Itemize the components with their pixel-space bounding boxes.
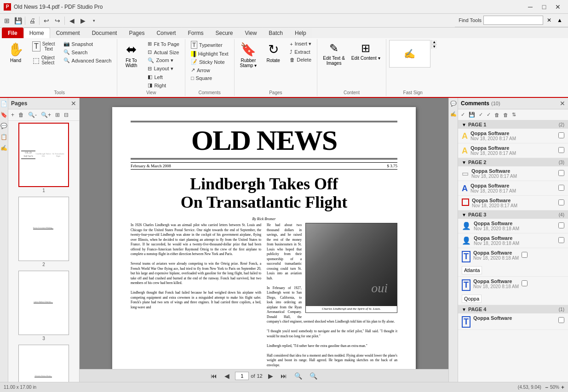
qat-redo-button[interactable]: ↪ bbox=[52, 16, 63, 26]
zoom-in-status-btn[interactable]: + bbox=[561, 384, 564, 391]
comments-tb-5[interactable]: 🗑 bbox=[493, 111, 501, 119]
zoom-out-status-btn[interactable]: − bbox=[545, 384, 548, 391]
first-page-button[interactable]: ⏮ bbox=[209, 371, 219, 381]
comment-checkbox[interactable] bbox=[558, 317, 564, 323]
layout-button[interactable]: ⊟ Layout ▾ bbox=[145, 65, 182, 73]
object-select-button[interactable]: ⬚ ObjectSelect bbox=[29, 54, 58, 67]
insert-button[interactable]: + Insert ▾ bbox=[287, 40, 314, 48]
qat-forward-button[interactable]: ▶ bbox=[78, 16, 88, 26]
advanced-search-button[interactable]: 🔍 Advanced Search bbox=[61, 57, 115, 64]
qat-save-button[interactable]: 💾 bbox=[13, 16, 23, 26]
pages-insert-btn[interactable]: + bbox=[10, 111, 16, 119]
signature-area[interactable]: ✍ bbox=[389, 40, 430, 68]
sticky-note-button[interactable]: 📝 Sticky Note bbox=[188, 58, 231, 66]
fastsign-scroll-up[interactable]: ▲ bbox=[432, 40, 437, 45]
extract-button[interactable]: ⤴ Extract bbox=[287, 48, 314, 56]
qat-dropdown-button[interactable]: ▾ bbox=[89, 16, 99, 26]
left-view-button[interactable]: ◧ Left bbox=[145, 73, 182, 81]
pages-delete-btn[interactable]: 🗑 bbox=[17, 111, 25, 119]
comments-tb-2[interactable]: 💾 bbox=[467, 111, 476, 119]
signatures-icon[interactable]: ✍ bbox=[0, 144, 8, 152]
fastsign-scroll-down[interactable]: ▼ bbox=[432, 45, 437, 49]
find-expand-button[interactable]: ▲ bbox=[555, 16, 564, 24]
comment-checkbox[interactable] bbox=[558, 237, 564, 243]
last-page-button[interactable]: ⏭ bbox=[279, 371, 289, 381]
search-button[interactable]: 🔍 Search bbox=[61, 48, 115, 56]
qat-new-button[interactable]: ⊞ bbox=[2, 16, 12, 26]
qat-back-button[interactable]: ◀ bbox=[67, 16, 77, 26]
pages-zoom-in-btn[interactable]: 🔍+ bbox=[40, 111, 52, 119]
pages-icon[interactable]: 📄 bbox=[0, 100, 8, 108]
fit-to-width-button[interactable]: ⬌ Fit ToWidth bbox=[120, 40, 142, 70]
comment-checkbox[interactable] bbox=[558, 170, 564, 176]
tab-batch[interactable]: Batch bbox=[263, 28, 289, 38]
find-close-button[interactable]: ✕ bbox=[545, 16, 553, 24]
page-thumb-2[interactable]: Extra Crewmen Making... 2 bbox=[10, 197, 77, 267]
fit-to-page-button[interactable]: ⊞ Fit To Page bbox=[145, 40, 182, 48]
highlight-text-button[interactable]: ▐ Highlight Text bbox=[188, 50, 231, 57]
tab-comment[interactable]: Comment bbox=[50, 28, 86, 38]
comment-checkbox[interactable] bbox=[558, 199, 564, 205]
page-thumb-1[interactable]: OLD NEWS Lindbergh Takes Off On Transatl… bbox=[10, 123, 77, 193]
bookmarks-icon[interactable]: 🔖 bbox=[0, 111, 8, 119]
tab-home[interactable]: Home bbox=[23, 28, 50, 38]
comments-page-4-header[interactable]: ▼ PAGE 4 (1) bbox=[458, 305, 568, 313]
comment-checkbox[interactable] bbox=[522, 252, 528, 258]
next-page-button[interactable]: ▶ bbox=[266, 371, 275, 381]
close-button[interactable]: ✕ bbox=[551, 2, 564, 11]
minimize-button[interactable]: ─ bbox=[524, 2, 537, 11]
find-input[interactable] bbox=[483, 16, 543, 25]
typewriter-button[interactable]: T Typewriter bbox=[188, 40, 231, 50]
comments-tb-3[interactable]: ✓ bbox=[477, 111, 484, 119]
comments-tb-7[interactable]: ⇅ bbox=[511, 111, 517, 119]
select-text-button[interactable]: T SelectText bbox=[29, 40, 58, 53]
qat-undo-button[interactable]: ↩ bbox=[41, 16, 52, 26]
tab-pages[interactable]: Pages bbox=[123, 28, 150, 38]
pages-view-single[interactable]: ⊞ bbox=[54, 111, 61, 119]
annotations-icon[interactable]: 💬 bbox=[0, 122, 8, 130]
maximize-button[interactable]: □ bbox=[538, 2, 551, 11]
pdf-content[interactable]: OLD NEWS February & March 2008 $ 3.75 Li… bbox=[80, 98, 448, 369]
comment-checkbox[interactable] bbox=[558, 132, 564, 138]
actual-size-button[interactable]: ⊡ Actual Size bbox=[145, 48, 182, 56]
tab-file[interactable]: File bbox=[2, 28, 23, 38]
comment-checkbox[interactable] bbox=[558, 185, 564, 191]
qat-print-button[interactable]: 🖨 bbox=[27, 16, 37, 26]
rubber-stamp-button[interactable]: 🔖 RubberStamp ▾ bbox=[237, 40, 260, 70]
comments-page-1-header[interactable]: ▼ PAGE 1 (2) bbox=[458, 120, 568, 129]
comment-checkbox[interactable] bbox=[558, 222, 564, 228]
comment-checkbox[interactable] bbox=[522, 280, 528, 286]
square-button[interactable]: □ Square bbox=[188, 74, 231, 82]
tab-view[interactable]: View bbox=[239, 28, 263, 38]
pages-view-grid[interactable]: ⊟ bbox=[63, 111, 70, 119]
comments-page-2-header[interactable]: ▼ PAGE 2 (3) bbox=[458, 158, 568, 166]
form-fields-icon[interactable]: 📋 bbox=[0, 133, 8, 141]
comments-close-button[interactable]: ✕ bbox=[560, 100, 565, 107]
comments-tb-6[interactable]: 🗑 bbox=[502, 111, 510, 119]
comments-tb-1[interactable]: ✓ bbox=[459, 111, 466, 119]
tab-forms[interactable]: Forms bbox=[182, 28, 209, 38]
page-thumb-3[interactable]: Later Sailor Charles... 3 bbox=[10, 271, 77, 341]
hand-tool-button[interactable]: ✋ Hand bbox=[5, 40, 27, 65]
zoom-out-button[interactable]: 🔍 bbox=[293, 371, 304, 381]
tab-help[interactable]: Help bbox=[289, 28, 312, 38]
comments-page-3-header[interactable]: ▼ PAGE 3 (4) bbox=[458, 210, 568, 219]
pages-panel-close[interactable]: ✕ bbox=[71, 100, 76, 107]
tab-document[interactable]: Document bbox=[86, 28, 123, 38]
arrow-button[interactable]: ↗ Arrow bbox=[188, 66, 231, 74]
page-number-input[interactable] bbox=[235, 372, 249, 380]
zoom-in-button[interactable]: 🔍 bbox=[308, 371, 319, 381]
rotate-button[interactable]: ↻ Rotate bbox=[262, 40, 284, 65]
edit-text-images-button[interactable]: ✎ Edit Text &Images bbox=[320, 40, 348, 68]
comments-tb-4[interactable]: ✓ bbox=[485, 111, 492, 119]
snapshot-button[interactable]: 📷 Snapshot bbox=[61, 40, 115, 48]
comments-panel-icon[interactable]: 💬 bbox=[449, 100, 458, 108]
right-view-button[interactable]: ◨ Right bbox=[145, 81, 182, 89]
tab-secure[interactable]: Secure bbox=[209, 28, 239, 38]
zoom-button[interactable]: 🔍 Zoom ▾ bbox=[145, 57, 182, 64]
pages-zoom-out-btn[interactable]: 🔍- bbox=[27, 111, 38, 119]
edit-content-button[interactable]: ⊞ Edit Content ▾ bbox=[349, 40, 383, 62]
signatures-panel-icon[interactable]: ✍ bbox=[449, 110, 458, 118]
prev-page-button[interactable]: ◀ bbox=[223, 371, 231, 381]
tab-convert[interactable]: Convert bbox=[150, 28, 182, 38]
